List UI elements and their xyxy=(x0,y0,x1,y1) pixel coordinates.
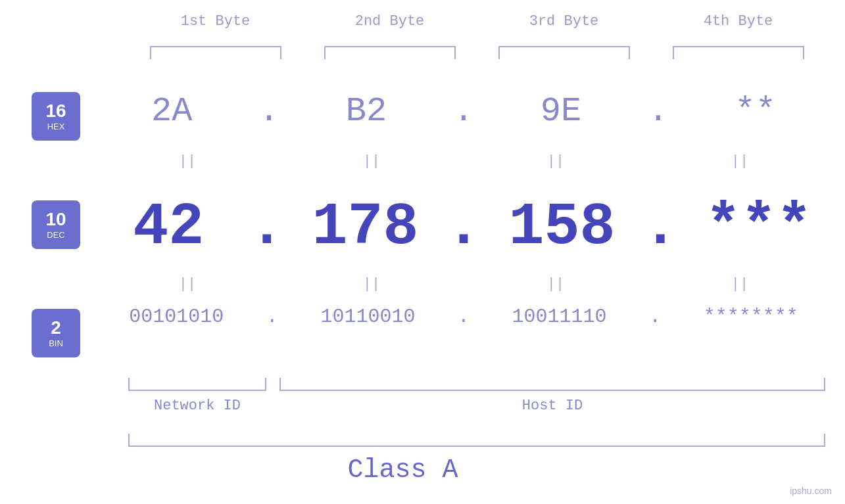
eq1-b3: || xyxy=(470,153,641,170)
dec-dot1: . xyxy=(249,194,285,261)
hex-dot2: . xyxy=(453,92,473,131)
label-spacer xyxy=(266,398,279,414)
bin-dot1: . xyxy=(266,306,278,328)
col-header-1: 1st Byte xyxy=(130,13,301,30)
dec-byte4: *** xyxy=(693,194,825,261)
col-header-3: 3rd Byte xyxy=(479,13,650,30)
dec-byte1: 42 xyxy=(103,194,234,261)
hex-byte1: 2A xyxy=(106,92,237,131)
bracket-3 xyxy=(498,46,630,59)
eq2-b3: || xyxy=(470,276,641,292)
hex-badge-label: HEX xyxy=(47,122,65,131)
class-label: Class A xyxy=(0,455,806,485)
dec-badge-number: 10 xyxy=(45,210,66,229)
bin-dot2: . xyxy=(458,306,470,328)
equals-row-1: || || || || xyxy=(95,153,832,170)
bin-byte3: 10011110 xyxy=(487,306,632,328)
class-bracket xyxy=(128,434,825,447)
col-header-2: 2nd Byte xyxy=(304,13,475,30)
bottom-brackets xyxy=(128,378,825,391)
col-header-4: 4th Byte xyxy=(653,13,824,30)
eq2-b4: || xyxy=(654,276,825,292)
dec-byte2: 178 xyxy=(299,194,431,261)
eq1-b1: || xyxy=(102,153,273,170)
dec-dot3: . xyxy=(642,194,678,261)
eq1-b2: || xyxy=(286,153,457,170)
bin-dot3: . xyxy=(649,306,661,328)
bracket-1 xyxy=(150,46,281,59)
network-id-label: Network ID xyxy=(128,398,266,414)
dec-badge: 10 DEC xyxy=(32,200,80,249)
eq2-b1: || xyxy=(102,276,273,292)
dec-dot2: . xyxy=(446,194,481,261)
dec-row: 42 . 178 . 158 . *** xyxy=(95,194,832,261)
bracket-4 xyxy=(673,46,804,59)
bin-byte4: ******** xyxy=(679,306,823,328)
bin-byte1: 00101010 xyxy=(104,306,249,328)
network-bracket xyxy=(128,378,266,391)
equals-row-2: || || || || xyxy=(95,276,832,292)
hex-dot3: . xyxy=(648,92,668,131)
column-headers: 1st Byte 2nd Byte 3rd Byte 4th Byte xyxy=(128,13,825,30)
bracket-2 xyxy=(324,46,456,59)
host-id-label: Host ID xyxy=(279,398,825,414)
eq2-b2: || xyxy=(286,276,457,292)
top-brackets xyxy=(128,46,825,59)
hex-badge: 16 HEX xyxy=(32,92,80,141)
hex-badge-number: 16 xyxy=(45,102,66,120)
bin-row: 00101010 . 10110010 . 10011110 . *******… xyxy=(95,306,832,328)
hex-byte4: ** xyxy=(690,92,821,131)
id-labels: Network ID Host ID xyxy=(128,398,825,414)
watermark: ipshu.com xyxy=(790,486,832,496)
bin-badge-number: 2 xyxy=(51,319,61,337)
dec-badge-label: DEC xyxy=(47,230,64,240)
dec-byte3: 158 xyxy=(496,194,628,261)
hex-row: 2A . B2 . 9E . ** xyxy=(95,92,832,131)
hex-byte3: 9E xyxy=(495,92,627,131)
bin-byte2: 10110010 xyxy=(295,306,440,328)
hex-dot1: . xyxy=(258,92,279,131)
bin-badge-label: BIN xyxy=(49,338,63,348)
bin-badge: 2 BIN xyxy=(32,309,80,357)
host-bracket xyxy=(279,378,825,391)
hex-byte2: B2 xyxy=(301,92,432,131)
eq1-b4: || xyxy=(654,153,825,170)
